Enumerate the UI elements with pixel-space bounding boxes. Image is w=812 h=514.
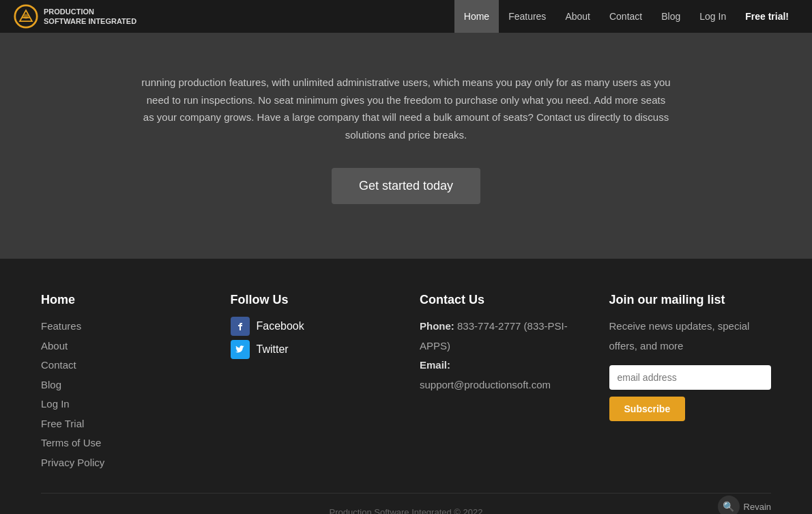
footer-bottom: Production Software Integrated © 2022 🔍 … xyxy=(41,493,771,514)
copyright-text: Production Software Integrated © 2022 xyxy=(330,507,483,514)
footer-link-contact[interactable]: Contact xyxy=(41,356,203,375)
footer-email: Email: support@productionsoft.com xyxy=(420,356,582,395)
facebook-label: Facebook xyxy=(257,320,304,332)
nav-about[interactable]: About xyxy=(555,0,600,33)
nav-login[interactable]: Log In xyxy=(690,0,736,33)
footer-nav-heading: Home xyxy=(41,293,203,307)
footer-phone-label: Phone: xyxy=(420,320,454,332)
facebook-link[interactable]: Facebook xyxy=(231,317,393,336)
footer-mailing-desc: Receive news updates, special offers, an… xyxy=(609,317,772,356)
nav-free-trial[interactable]: Free trial! xyxy=(736,0,798,33)
footer-mailing-col: Join our mailing list Receive news updat… xyxy=(609,293,772,472)
footer-nav-col: Home Features About Contact Blog Log In … xyxy=(41,293,203,472)
twitter-icon xyxy=(231,340,250,359)
email-input[interactable] xyxy=(609,365,772,390)
hero-body-text: running production features, with unlimi… xyxy=(140,74,672,143)
footer-email-address: support@productionsoft.com xyxy=(420,379,551,390)
footer-contact-heading: Contact Us xyxy=(420,293,582,307)
twitter-label: Twitter xyxy=(257,343,289,356)
footer-link-free-trial[interactable]: Free Trial xyxy=(41,414,203,434)
footer-follow-heading: Follow Us xyxy=(231,293,393,307)
logo[interactable]: PRODUCTIONSOFTWARE INTEGRATED xyxy=(14,4,136,29)
nav-features[interactable]: Features xyxy=(499,0,555,33)
logo-text: PRODUCTIONSOFTWARE INTEGRATED xyxy=(44,7,136,27)
footer-link-blog[interactable]: Blog xyxy=(41,375,203,395)
footer: Home Features About Contact Blog Log In … xyxy=(0,259,812,514)
footer-link-privacy[interactable]: Privacy Policy xyxy=(41,453,203,473)
footer-grid: Home Features About Contact Blog Log In … xyxy=(41,293,771,472)
footer-link-login[interactable]: Log In xyxy=(41,395,203,414)
nav-home[interactable]: Home xyxy=(454,0,499,33)
nav-contact[interactable]: Contact xyxy=(600,0,652,33)
main-nav: PRODUCTIONSOFTWARE INTEGRATED Home Featu… xyxy=(0,0,812,33)
revain-icon: 🔍 xyxy=(718,496,740,514)
subscribe-button[interactable]: Subscribe xyxy=(609,397,686,421)
footer-link-features[interactable]: Features xyxy=(41,317,203,337)
nav-links: Home Features About Contact Blog Log In … xyxy=(454,0,798,33)
footer-link-terms[interactable]: Terms of Use xyxy=(41,433,203,453)
footer-phone: Phone: 833-774-2777 (833-PSI-APPS) xyxy=(420,317,582,356)
footer-mailing-heading: Join our mailing list xyxy=(609,293,772,307)
footer-email-label: Email: xyxy=(420,359,450,371)
revain-badge[interactable]: 🔍 Revain xyxy=(718,496,771,514)
logo-icon xyxy=(14,4,38,29)
get-started-button[interactable]: Get started today xyxy=(332,168,480,204)
revain-label: Revain xyxy=(744,502,771,512)
footer-follow-col: Follow Us Facebook Twitter xyxy=(231,293,393,472)
footer-contact-col: Contact Us Phone: 833-774-2777 (833-PSI-… xyxy=(420,293,582,472)
svg-point-1 xyxy=(23,14,28,18)
hero-section: running production features, with unlimi… xyxy=(0,33,812,259)
nav-blog[interactable]: Blog xyxy=(652,0,690,33)
twitter-link[interactable]: Twitter xyxy=(231,340,393,359)
footer-link-about[interactable]: About xyxy=(41,337,203,356)
facebook-icon xyxy=(231,317,250,336)
